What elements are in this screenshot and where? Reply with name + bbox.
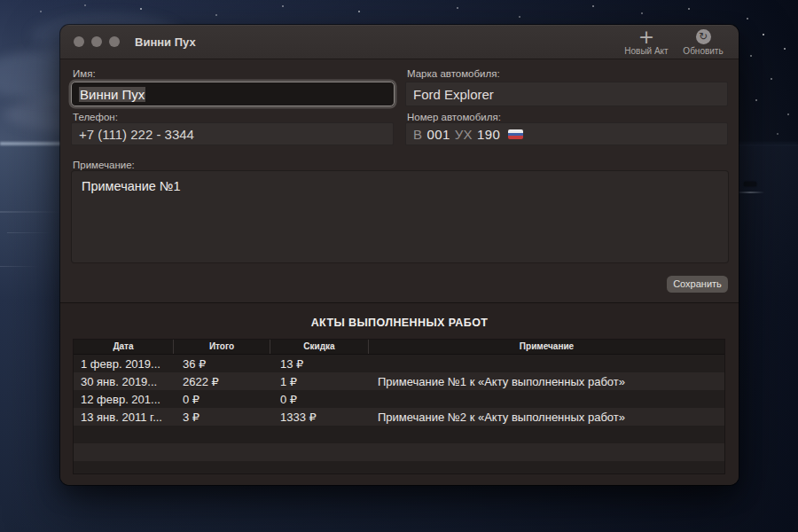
wave-glint [0, 266, 39, 267]
boat [744, 182, 756, 186]
refresh-button[interactable]: ↻ Обновить [678, 28, 728, 56]
car-brand-label: Марка автомобиля: [407, 68, 500, 79]
plate-letters: УХ [455, 127, 473, 142]
cell-discount: 1 ₽ [270, 375, 369, 388]
note-label: Примечание: [73, 160, 135, 170]
column-header-discount[interactable]: Скидка [270, 340, 369, 354]
wave-glint [0, 211, 62, 213]
window-titlebar[interactable]: Винни Пух + Новый Акт ↻ Обновить [60, 25, 739, 59]
app-window: Винни Пух + Новый Акт ↻ Обновить Имя: Ви… [60, 25, 739, 485]
cell-date: 12 февр. 201... [74, 393, 174, 406]
cell-total: 0 ₽ [174, 393, 270, 406]
cell-discount: 0 ₽ [270, 393, 369, 406]
cell-note: Примечание №1 к «Акту выполненных работ» [369, 375, 724, 388]
minimize-button[interactable] [91, 36, 102, 47]
stars [0, 0, 2, 2]
cell-total: 2622 ₽ [174, 375, 270, 388]
note-textarea[interactable]: Примечание №1 [71, 170, 729, 263]
table-row[interactable]: 1 февр. 2019... 36 ₽ 13 ₽ [74, 355, 724, 372]
wave-glint [7, 232, 53, 233]
refresh-label: Обновить [683, 46, 723, 56]
table-row-empty[interactable] [74, 443, 724, 461]
russia-flag-icon [508, 129, 523, 139]
column-header-total[interactable]: Итого [174, 340, 270, 354]
table-row[interactable]: 30 янв. 2019... 2622 ₽ 1 ₽ Примечание №1… [74, 372, 724, 390]
acts-table: Дата Итого Скидка Примечание 1 февр. 201… [73, 339, 725, 474]
column-header-note[interactable]: Примечание [369, 340, 724, 354]
cell-total: 3 ₽ [174, 411, 270, 424]
car-brand-input[interactable] [405, 82, 728, 106]
cell-date: 30 янв. 2019... [74, 375, 174, 388]
cell-discount: 1333 ₽ [270, 411, 369, 424]
new-act-label: Новый Акт [624, 46, 668, 56]
save-button[interactable]: Сохранить [667, 276, 728, 293]
cell-note: Примечание №2 к «Акту выполненных работ» [369, 411, 724, 424]
name-value-selected: Винни Пух [79, 87, 145, 102]
phone-label: Телефон: [73, 112, 118, 122]
plate-number: 001 [426, 127, 450, 142]
name-input[interactable]: Винни Пух [71, 82, 395, 106]
acts-section: АКТЫ ВЫПОЛНЕННЫХ РАБОТ Дата Итого Скидка… [60, 302, 739, 485]
desktop: Винни Пух + Новый Акт ↻ Обновить Имя: Ви… [0, 0, 798, 532]
cell-date: 1 февр. 2019... [74, 357, 174, 371]
table-row[interactable]: 13 янв. 2011 г... 3 ₽ 1333 ₽ Примечание … [74, 408, 724, 426]
column-header-date[interactable]: Дата [74, 340, 174, 354]
table-row[interactable]: 12 февр. 201... 0 ₽ 0 ₽ [74, 390, 724, 408]
zoom-button[interactable] [109, 36, 120, 47]
cell-total: 36 ₽ [174, 357, 270, 371]
acts-section-title: АКТЫ ВЫПОЛНЕННЫХ РАБОТ [60, 317, 739, 329]
new-act-button[interactable]: + Новый Акт [622, 28, 671, 56]
plate-series: В [413, 127, 422, 142]
table-row-empty[interactable] [74, 461, 724, 474]
name-label: Имя: [73, 68, 96, 79]
plus-icon: + [638, 28, 654, 45]
table-row-empty[interactable] [74, 426, 724, 443]
phone-input[interactable] [71, 122, 394, 145]
traffic-lights [74, 36, 120, 47]
window-title: Винни Пух [135, 35, 196, 49]
car-plate-input[interactable]: В 001 УХ 190 [405, 122, 728, 145]
acts-table-header: Дата Итого Скидка Примечание [74, 340, 724, 355]
refresh-icon: ↻ [696, 29, 711, 44]
cell-date: 13 янв. 2011 г... [74, 411, 174, 424]
car-plate-label: Номер автомобиля: [407, 112, 501, 122]
toolbar: + Новый Акт ↻ Обновить [622, 28, 728, 56]
cell-discount: 13 ₽ [270, 357, 369, 371]
boat-wake [736, 192, 764, 193]
plate-region: 190 [477, 127, 500, 142]
close-button[interactable] [74, 36, 84, 47]
